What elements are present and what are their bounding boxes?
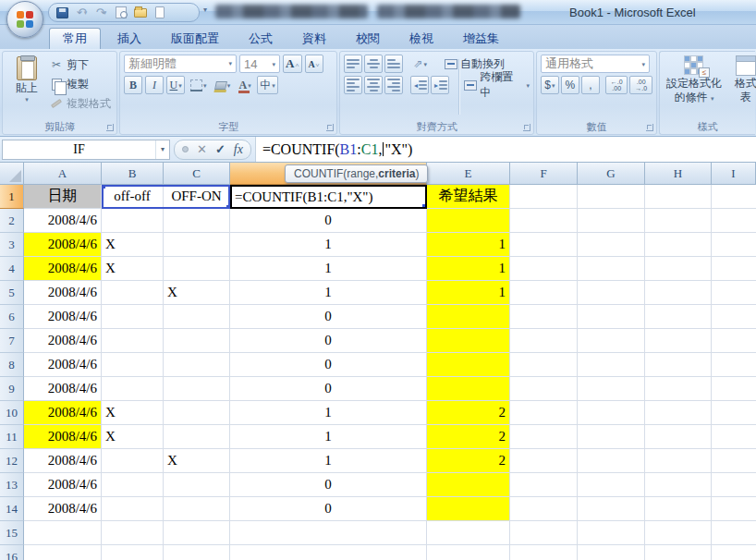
cell[interactable] [645, 329, 712, 353]
merge-center-dropdown-icon[interactable]: ▾ [526, 82, 530, 89]
row-header-15[interactable]: 15 [0, 521, 24, 545]
tab-page-layout[interactable]: 版面配置 [158, 28, 232, 49]
cell-b3[interactable]: X [102, 233, 164, 257]
align-center-button[interactable] [364, 76, 383, 94]
cell-d8[interactable]: 0 [230, 353, 427, 377]
cell[interactable] [712, 329, 756, 353]
cell-e8[interactable] [427, 353, 510, 377]
cell[interactable] [712, 497, 756, 521]
cell-a2[interactable]: 2008/4/6 [24, 209, 102, 233]
cell[interactable] [578, 401, 645, 425]
row-header-14[interactable]: 14 [0, 497, 24, 521]
column-header-f[interactable]: F [510, 163, 578, 185]
cell[interactable] [645, 449, 712, 473]
tab-formulas[interactable]: 公式 [236, 28, 286, 49]
align-right-button[interactable] [384, 76, 403, 94]
font-color-button[interactable]: A▾ [236, 76, 254, 94]
paste-button[interactable]: 貼上 ▾ [6, 55, 47, 120]
cell-b6[interactable] [102, 305, 164, 329]
cell[interactable] [578, 497, 645, 521]
column-header-b[interactable]: B [102, 163, 164, 185]
cell[interactable] [645, 257, 712, 281]
row-header-1[interactable]: 1 [0, 185, 24, 209]
row-header-6[interactable]: 6 [0, 305, 24, 329]
cell-c3[interactable] [164, 233, 230, 257]
cell[interactable] [712, 281, 756, 305]
cell[interactable] [712, 233, 756, 257]
cell-c14[interactable] [164, 497, 230, 521]
cell[interactable] [578, 257, 645, 281]
cell-e10[interactable]: 2 [427, 401, 510, 425]
cell[interactable] [645, 185, 712, 209]
cell[interactable] [645, 305, 712, 329]
cell-b4[interactable]: X [102, 257, 164, 281]
cell-d4[interactable]: 1 [230, 257, 427, 281]
cell-a15[interactable] [24, 521, 102, 545]
cell[interactable] [712, 521, 756, 545]
phonetic-dropdown-icon[interactable]: ▾ [272, 82, 275, 89]
cell-d2[interactable]: 0 [230, 209, 427, 233]
cell-c15[interactable] [164, 521, 230, 545]
cell[interactable] [578, 425, 645, 449]
cell[interactable] [578, 185, 645, 209]
cell[interactable] [712, 473, 756, 497]
undo-button[interactable]: ↶▾ [74, 6, 90, 20]
cell[interactable] [578, 329, 645, 353]
cell[interactable] [712, 353, 756, 377]
row-header-8[interactable]: 8 [0, 353, 24, 377]
cell[interactable] [510, 545, 578, 560]
cell-e7[interactable] [427, 329, 510, 353]
tab-insert[interactable]: 插入 [104, 28, 154, 49]
cell[interactable] [645, 233, 712, 257]
cell-c2[interactable] [164, 209, 230, 233]
increase-decimal-button[interactable]: ←.0 .00 [605, 76, 628, 94]
cell[interactable] [712, 377, 756, 401]
name-box-dropdown-icon[interactable]: ▾ [155, 140, 169, 159]
cell[interactable] [510, 401, 578, 425]
customize-qat-button[interactable]: ▾ [203, 6, 207, 14]
font-name-select[interactable]: 新細明體▾ [124, 55, 237, 73]
cell-c4[interactable] [164, 257, 230, 281]
cell[interactable] [645, 401, 712, 425]
cell[interactable] [578, 521, 645, 545]
cell[interactable] [510, 257, 578, 281]
percent-format-button[interactable]: % [561, 76, 579, 94]
tab-home[interactable]: 常用 [49, 28, 101, 49]
cell-b11[interactable]: X [102, 425, 164, 449]
cell[interactable] [712, 257, 756, 281]
cell-b1[interactable]: off-off [102, 185, 164, 209]
cell-c11[interactable] [164, 425, 230, 449]
cell[interactable] [578, 353, 645, 377]
column-header-e[interactable]: E [427, 163, 510, 185]
cell[interactable] [510, 281, 578, 305]
cell-d5[interactable]: 1 [230, 281, 427, 305]
borders-dropdown-icon[interactable]: ▾ [203, 82, 207, 89]
cell-d7[interactable]: 0 [230, 329, 427, 353]
cell[interactable] [712, 185, 756, 209]
cell-d9[interactable]: 0 [230, 377, 427, 401]
cell-e2[interactable] [427, 209, 510, 233]
align-top-button[interactable] [344, 55, 362, 73]
cell[interactable] [510, 305, 578, 329]
column-header-a[interactable]: A [24, 163, 102, 185]
cell-d10[interactable]: 1 [230, 401, 427, 425]
cell[interactable] [510, 209, 578, 233]
borders-button[interactable]: ▾ [188, 76, 210, 94]
cell-c5[interactable]: X [164, 281, 230, 305]
cell[interactable] [645, 497, 712, 521]
tab-addins[interactable]: 增益集 [450, 28, 512, 49]
cell-d11[interactable]: 1 [230, 425, 427, 449]
cell-c8[interactable] [164, 353, 230, 377]
formula-input[interactable]: =COUNTIF(B1:C1,"X") [255, 137, 756, 162]
cell-e4[interactable]: 1 [427, 257, 510, 281]
currency-format-button[interactable]: $▾ [541, 76, 559, 94]
cell-c9[interactable] [164, 377, 230, 401]
cell-a14[interactable]: 2008/4/6 [24, 497, 102, 521]
cell-d15[interactable] [230, 521, 427, 545]
cell[interactable] [645, 377, 712, 401]
cell-e15[interactable] [427, 521, 510, 545]
cell[interactable] [712, 449, 756, 473]
select-all-corner[interactable] [0, 163, 24, 185]
decrease-decimal-button[interactable]: .00 →.0 [629, 76, 652, 94]
row-header-3[interactable]: 3 [0, 233, 24, 257]
